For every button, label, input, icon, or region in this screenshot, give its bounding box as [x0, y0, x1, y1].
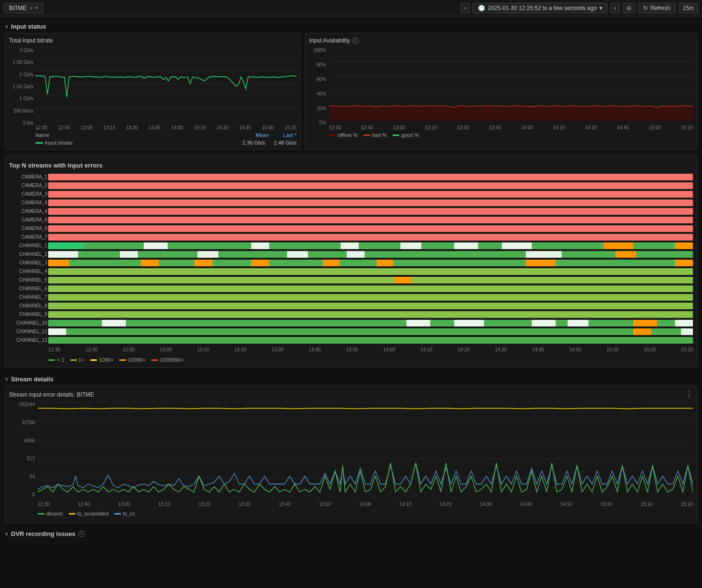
svg-rect-20 [401, 242, 422, 249]
svg-rect-29 [287, 251, 308, 258]
streams-grid: CAMERA_1 CAMERA_2 CAMERA_3 CAMERA_4 CAME… [9, 173, 693, 352]
svg-rect-35 [141, 260, 159, 266]
avail-chart-inner [329, 47, 693, 121]
svg-rect-16 [48, 242, 84, 249]
topbar: BITME × ▾ ‹ 🕐 2025-01-30 12:26:52 to a f… [0, 0, 702, 16]
legend-1000plus: 1000+ [90, 357, 114, 363]
zoom-out-button[interactable]: ⊖ [623, 3, 635, 13]
stream-details-title: Stream details [11, 376, 53, 383]
list-item: CHANNEL_12 [48, 336, 693, 344]
legend-10000plus: 10000+ [119, 357, 146, 363]
stream-bar-channel6 [48, 285, 693, 292]
list-item: CHANNEL_7 [48, 293, 693, 301]
interval-button[interactable]: 15m [679, 3, 698, 13]
ts-cc-label: ts_cc [123, 511, 135, 516]
refresh-label: Refresh [650, 5, 670, 11]
bitrate-legend-header: Name Mean Last * [9, 130, 297, 139]
stream-bar-camera7 [48, 234, 693, 241]
time-range-display[interactable]: 🕐 2025-01-30 12:26:52 to a few seconds a… [473, 3, 607, 13]
input-status-title: Input status [11, 23, 46, 30]
dvr-chevron: ∨ [5, 531, 8, 536]
dvr-info-icon: i [78, 531, 85, 537]
top-n-streams-title: Top N streams with input errors [9, 162, 103, 169]
bitrate-chart-inner [35, 47, 297, 121]
nav-prev-button[interactable]: ‹ [460, 3, 470, 13]
avail-panel: Input Availability i 100% 80% 60% 40% 20… [305, 33, 697, 150]
tab-close-icon[interactable]: × [30, 5, 32, 11]
stream-chart-menu[interactable]: ⋮ [685, 390, 693, 399]
stream-bar-camera3 [48, 191, 693, 198]
stream-bar-camera2 [48, 182, 693, 189]
svg-rect-51 [675, 320, 693, 326]
nav-next-button[interactable]: › [610, 3, 620, 13]
refresh-button[interactable]: ↻ Refresh [638, 3, 676, 13]
avail-legend-bad: bad % [363, 132, 387, 138]
list-item: CHANNEL_11 [48, 327, 693, 336]
lt1-color [48, 359, 55, 361]
list-item: CAMERA_6 [48, 224, 693, 232]
stream-details-header[interactable]: ∨ Stream details [5, 373, 697, 386]
stream-bar-camera1 [48, 174, 693, 180]
stream-bar-camera5 [48, 217, 693, 223]
dvr-section-header[interactable]: ∨ DVR recording issues i [5, 527, 697, 540]
tab-chevron-icon[interactable]: ▾ [35, 5, 38, 10]
svg-rect-50 [633, 320, 657, 326]
1000plus-color [90, 359, 97, 361]
tab-bitme[interactable]: BITME × ▾ [4, 3, 43, 13]
svg-rect-40 [526, 260, 556, 266]
dvr-title: DVR recording issues [11, 530, 75, 537]
list-item: CHANNEL_1 [48, 242, 693, 250]
list-item: CHANNEL_10 [48, 319, 693, 327]
input-status-header[interactable]: ∨ Input status [5, 20, 697, 33]
svg-rect-17 [144, 242, 168, 249]
svg-rect-52 [48, 328, 693, 335]
avail-legend-good: good % [393, 132, 419, 138]
stream-y-axis: 262144 32768 4096 512 64 8 [9, 402, 37, 497]
bitrate-legend-last: Last * [283, 132, 297, 138]
svg-rect-22 [502, 242, 532, 249]
bitrate-mean-value: 2.36 Gb/s [243, 140, 266, 146]
input-status-row: Total Input bitrate 3 Gb/s 2.50 Gb/s 2 G… [5, 33, 697, 150]
svg-rect-26 [48, 251, 78, 258]
svg-rect-43 [394, 277, 411, 284]
clock-icon: 🕐 [478, 5, 485, 11]
list-item: CHANNEL_4 [48, 267, 693, 275]
10000plus-color [119, 359, 126, 361]
1000000plus-color [151, 359, 158, 361]
stream-bar-channel1 [48, 242, 693, 249]
1000plus-label: 1000+ [99, 357, 114, 363]
svg-rect-53 [48, 328, 66, 335]
stream-details-panel: Stream input error details: BITME ⋮ 2621… [5, 386, 697, 523]
bitrate-chart-area: 3 Gb/s 2.50 Gb/s 2 Gb/s 1.50 Gb/s 1 Gb/s… [9, 47, 297, 130]
bitrate-legend-mean: Mean [255, 132, 269, 138]
ts-scrambled-label: ts_scrambled [77, 511, 108, 516]
svg-rect-36 [194, 260, 213, 266]
avail-chart-area: 100% 80% 60% 40% 20% 0% [309, 47, 693, 130]
avail-bad-label: bad % [372, 132, 387, 138]
svg-rect-45 [102, 320, 126, 326]
streams-legend: < 1 1+ 1000+ 10000+ 1000000+ [9, 355, 693, 365]
list-item: CAMERA_2 [48, 181, 693, 189]
stream-details-chevron: ∨ [5, 377, 8, 382]
streams-x-axis: 12:30 12:40 12:50 13:00 13:10 13:20 13:3… [48, 345, 693, 352]
bitrate-last-value: 2.48 Gb/s [274, 140, 297, 146]
top-n-streams-panel: Top N streams with input errors CAMERA_1… [5, 155, 697, 368]
svg-rect-44 [48, 320, 693, 326]
refresh-icon: ↻ [643, 5, 648, 11]
avail-legend-offline: offline % [329, 132, 358, 138]
stream-chart-header: Stream input error details: BITME ⋮ [9, 390, 693, 399]
svg-marker-14 [329, 106, 693, 121]
svg-rect-34 [48, 260, 69, 266]
list-item: CHANNEL_3 [48, 259, 693, 267]
good-color [393, 135, 399, 136]
ts-scrambled-color [69, 513, 75, 514]
stream-bar-channel2 [48, 251, 693, 258]
stream-bar-channel11 [48, 328, 693, 335]
bitrate-x-axis: 12:30 12:45 13:00 13:15 13:30 13:45 14:0… [35, 122, 297, 130]
list-item: CAMERA_4 [48, 207, 693, 215]
stream-bar-channel5 [48, 277, 693, 284]
list-item: CHANNEL_9 [48, 310, 693, 318]
stream-bar-camera6 [48, 225, 693, 232]
top-n-streams-header: Top N streams with input errors [9, 159, 693, 173]
desync-color [38, 513, 44, 514]
